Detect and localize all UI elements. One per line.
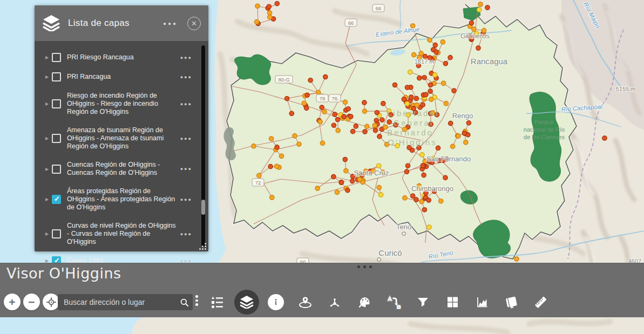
- panel-menu-icon[interactable]: ●●●: [163, 21, 178, 26]
- layers-icon: [240, 296, 254, 309]
- expand-arrow-icon[interactable]: ▶: [45, 101, 52, 106]
- draw-icon: [357, 296, 371, 309]
- panel-scrollbar[interactable]: [201, 45, 205, 247]
- tool-draw[interactable]: [350, 288, 379, 317]
- svg-text:Rengo: Rengo: [452, 112, 473, 120]
- svg-text:78: 78: [320, 96, 326, 101]
- layer-checkbox[interactable]: [52, 99, 61, 108]
- close-icon[interactable]: ✕: [187, 17, 201, 30]
- svg-text:O'Higgins: O'Higgins: [388, 138, 437, 147]
- panel-scrollbar-thumb[interactable]: [201, 200, 205, 215]
- layer-label: Cuencas Región de OHiggins - Cuencas Reg…: [67, 161, 180, 177]
- toolbar-drag-handle-icon[interactable]: [357, 265, 372, 268]
- layer-checkbox[interactable]: [52, 229, 61, 238]
- bookmark-book-icon: [504, 296, 519, 309]
- ruler-icon: [533, 295, 548, 309]
- tool-layers[interactable]: [232, 288, 262, 317]
- layer-menu-icon[interactable]: ●●●: [180, 136, 192, 141]
- svg-text:Teno: Teno: [396, 223, 411, 231]
- svg-text:5155 m: 5155 m: [616, 86, 636, 92]
- app-title: Visor O'Higgins: [6, 265, 121, 282]
- panel-resize-handle[interactable]: [199, 243, 207, 250]
- svg-text:Rancagua: Rancagua: [471, 57, 508, 66]
- directions-icon: A B: [387, 295, 401, 309]
- svg-text:76: 76: [332, 96, 338, 101]
- expand-arrow-icon[interactable]: ▶: [45, 167, 52, 172]
- svg-text:Curicó: Curicó: [378, 248, 402, 257]
- layer-label: Riesgo de incendio Región de OHiggins - …: [67, 92, 180, 116]
- layer-menu-icon[interactable]: ●●●: [180, 231, 192, 237]
- bottom-toolbar: Visor O'Higgins + −: [0, 263, 644, 317]
- tool-info[interactable]: [261, 288, 291, 317]
- svg-text:80-G: 80-G: [278, 77, 289, 83]
- layer-label: Áreas protegidas Región de OHiggins - Ár…: [67, 187, 180, 212]
- info-icon: [268, 294, 284, 310]
- chart-icon: [475, 296, 489, 309]
- tool-share[interactable]: [320, 288, 350, 317]
- tool-chart[interactable]: [467, 288, 497, 317]
- zoom-in-button[interactable]: +: [4, 294, 21, 310]
- svg-text:72: 72: [255, 180, 261, 186]
- layer-row[interactable]: ▶Curvas de nivel Región de OHiggins - Cu…: [45, 222, 192, 246]
- layer-checkbox[interactable]: [52, 53, 61, 62]
- svg-text:de los Cipreses: de los Cipreses: [524, 134, 565, 140]
- layer-checkbox[interactable]: [52, 72, 61, 81]
- layer-row[interactable]: ▶Amenaza de tsunami Región de OHiggins -…: [45, 126, 192, 151]
- panel-title: Lista de capas: [68, 18, 163, 29]
- layer-row[interactable]: ▶PRI Rancagua●●●: [45, 72, 192, 81]
- expand-arrow-icon[interactable]: ▶: [45, 231, 52, 236]
- zoom-out-button[interactable]: −: [23, 294, 40, 310]
- layer-checkbox[interactable]: [52, 195, 61, 204]
- layer-row[interactable]: ▶PRI Riesgo Rancagua●●●: [45, 53, 192, 62]
- layer-menu-icon[interactable]: ●●●: [180, 74, 192, 80]
- share-icon: [328, 296, 342, 309]
- svg-text:Chimbarongo: Chimbarongo: [411, 185, 453, 193]
- tool-basemap-gallery[interactable]: [438, 288, 467, 317]
- layer-menu-icon[interactable]: ●●●: [180, 197, 192, 202]
- around-me-icon: [298, 296, 313, 309]
- layer-row[interactable]: ▶Áreas protegidas Región de OHiggins - Á…: [45, 187, 192, 212]
- svg-text:66: 66: [348, 20, 354, 26]
- tool-directions[interactable]: A B: [379, 288, 409, 317]
- svg-text:66: 66: [376, 5, 382, 11]
- svg-text:nacional de Río: nacional de Río: [524, 126, 565, 133]
- layers-icon: [42, 15, 60, 31]
- tool-bookmarks[interactable]: [497, 288, 526, 317]
- panel-header[interactable]: Lista de capas ●●● ✕: [35, 5, 208, 41]
- expand-arrow-icon[interactable]: ▶: [45, 74, 52, 79]
- layer-label: PRI Rancagua: [67, 73, 180, 81]
- search-input[interactable]: [58, 298, 175, 306]
- search-button[interactable]: [175, 294, 193, 310]
- layer-checkbox[interactable]: [52, 165, 61, 174]
- search-icon: [179, 297, 189, 308]
- svg-text:Parque: Parque: [534, 119, 553, 125]
- layer-label: Amenaza de tsunami Región de OHiggins - …: [67, 126, 180, 151]
- tool-legend[interactable]: [202, 288, 232, 317]
- legend-icon: [210, 296, 224, 309]
- layer-checkbox[interactable]: [52, 134, 61, 143]
- expand-arrow-icon[interactable]: ▶: [45, 197, 52, 202]
- tool-measurement[interactable]: [526, 288, 556, 317]
- svg-text:Santa Cruz: Santa Cruz: [354, 169, 389, 177]
- tool-filter[interactable]: [409, 288, 438, 317]
- locate-button[interactable]: [43, 294, 59, 310]
- filter-icon: [416, 296, 430, 309]
- svg-text:A: A: [388, 296, 391, 302]
- expand-arrow-icon[interactable]: ▶: [45, 136, 52, 141]
- search-more-icon[interactable]: [195, 295, 198, 306]
- layer-list: ▶PRI Riesgo Rancagua●●●▶PRI Rancagua●●●▶…: [35, 41, 208, 285]
- layer-row[interactable]: ▶Riesgo de incendio Región de OHiggins -…: [45, 92, 192, 116]
- layer-list-panel: Lista de capas ●●● ✕ ▶PRI Riesgo Rancagu…: [35, 5, 208, 251]
- layer-label: PRI Riesgo Rancagua: [67, 53, 180, 62]
- svg-text:Libertador: Libertador: [387, 108, 440, 118]
- layer-menu-icon[interactable]: ●●●: [180, 166, 192, 172]
- tool-around-me[interactable]: [291, 288, 321, 317]
- search-box: [58, 294, 193, 310]
- layer-row[interactable]: ▶Cuencas Región de OHiggins - Cuencas Re…: [45, 161, 192, 177]
- expand-arrow-icon[interactable]: ▶: [45, 55, 52, 60]
- layer-menu-icon[interactable]: ●●●: [180, 55, 192, 60]
- svg-text:1817 m: 1817 m: [415, 58, 435, 65]
- layer-menu-icon[interactable]: ●●●: [180, 101, 192, 107]
- svg-text:General: General: [394, 118, 433, 127]
- svg-text:San Fernando: San Fernando: [426, 155, 471, 163]
